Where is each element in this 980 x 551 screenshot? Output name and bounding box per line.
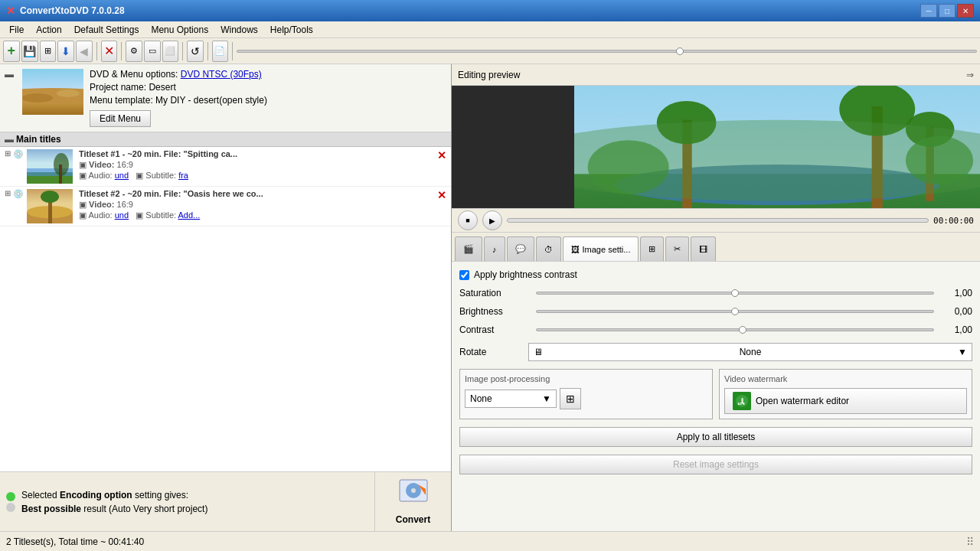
menu-file[interactable]: File — [3, 23, 30, 37]
menu-windows[interactable]: Windows — [214, 23, 264, 37]
item1-expand[interactable]: ⊞ — [5, 149, 11, 158]
brightness-slider[interactable] — [536, 310, 934, 313]
convert-icon — [398, 478, 429, 511]
item1-subtitle-link[interactable]: fra — [178, 171, 188, 180]
saturation-label: Saturation — [459, 288, 528, 298]
svg-point-14 — [41, 191, 59, 203]
menu-template-label: Menu template: — [90, 95, 153, 106]
reset-settings-button[interactable]: Reset image settings — [459, 455, 972, 474]
item1-sub-icon: ▣ — [136, 171, 143, 180]
saturation-slider[interactable] — [536, 292, 934, 295]
item1-audio-icon: ▣ — [79, 171, 87, 180]
rotate-dropdown[interactable]: 🖥 None ▼ — [528, 343, 972, 361]
status-green-light — [6, 492, 15, 501]
item1-remove-btn[interactable]: ✕ — [437, 149, 446, 161]
watermark-editor-btn[interactable]: 🏞 Open watermark editor — [724, 388, 967, 414]
tab-cut[interactable]: ✂ — [665, 236, 689, 261]
toolbar-dvd-button[interactable]: ⊞ — [40, 41, 57, 62]
app-icon: ✕ — [6, 5, 15, 17]
toolbar-screen-button[interactable]: ⬜ — [162, 41, 179, 62]
menu-template-row: Menu template: My DIY - desert(open styl… — [90, 95, 446, 106]
apply-all-button[interactable]: Apply to all titlesets — [459, 427, 972, 447]
svg-point-17 — [411, 488, 416, 493]
watermark-group: Video watermark 🏞 Open watermark editor — [719, 369, 972, 419]
minimize-button[interactable]: ─ — [920, 4, 937, 18]
cut-tab-icon: ✂ — [674, 244, 681, 254]
audio-tab-icon: ♪ — [492, 245, 497, 254]
apply-brightness-label: Apply brightness contrast — [474, 269, 577, 280]
item2-thumbnail — [27, 189, 73, 223]
convert-button[interactable]: Convert — [374, 472, 451, 531]
item2-audio-icon: ▣ — [79, 210, 87, 220]
close-button[interactable]: ✕ — [957, 4, 974, 18]
timeline-bar[interactable] — [507, 218, 929, 223]
toolbar-remove-button[interactable]: ✕ — [101, 41, 118, 62]
stop-button[interactable]: ■ — [458, 210, 478, 230]
menu-default-settings[interactable]: Default Settings — [68, 23, 145, 37]
contrast-value: 1,00 — [942, 324, 972, 335]
item2-audio-link[interactable]: und — [115, 210, 129, 220]
tab-menu[interactable]: ⊞ — [640, 236, 664, 261]
preview-popout-btn[interactable]: ⇒ — [966, 70, 974, 80]
tab-subtitles[interactable]: 💬 — [507, 236, 534, 261]
svg-rect-9 — [59, 165, 62, 184]
maximize-button[interactable]: □ — [939, 4, 956, 18]
preview-title: Editing preview — [458, 70, 520, 80]
status-line2: Best possible result (Auto Very short pr… — [21, 502, 207, 516]
project-expand-btn[interactable]: ▬ — [5, 69, 14, 80]
rotate-chevron-icon: ▼ — [958, 347, 967, 357]
timecode-display: 00:00:00 — [933, 216, 974, 226]
project-info: ▬ — [0, 64, 451, 132]
playback-controls: ■ ▶ 00:00:00 — [452, 208, 980, 233]
footer-text: 2 Titleset(s), Total time ~ 00:41:40 — [6, 536, 144, 547]
title-bar: ✕ ConvertXtoDVD 7.0.0.28 ─ □ ✕ — [0, 0, 980, 21]
toolbar-save-button[interactable]: 💾 — [21, 41, 38, 62]
play-button[interactable]: ▶ — [482, 210, 502, 230]
tab-chapters[interactable]: ⏱ — [536, 236, 561, 261]
brightness-row: Brightness 0,00 — [459, 306, 972, 317]
post-processing-dropdown[interactable]: None ▼ — [465, 390, 557, 408]
dvd-options-link[interactable]: DVD NTSC (30Fps) — [181, 69, 262, 80]
item2-subtitle-link[interactable]: Add... — [178, 210, 201, 220]
post-processing-settings-btn[interactable]: ⊞ — [560, 388, 581, 409]
toolbar-window-button[interactable]: ▭ — [144, 41, 161, 62]
toolbar-down-button[interactable]: ⬇ — [57, 41, 74, 62]
tree-collapse-btn[interactable]: ▬ — [5, 134, 14, 145]
post-select-row: None ▼ ⊞ — [465, 388, 707, 409]
edit-menu-button[interactable]: Edit Menu — [90, 110, 151, 127]
status-text: Selected Encoding option setting gives: … — [0, 472, 374, 531]
app-title: ConvertXtoDVD 7.0.0.28 — [20, 5, 920, 16]
project-name-row: Project name: Desert — [90, 82, 446, 93]
convert-label: Convert — [396, 514, 430, 525]
tree-header-label: Main titles — [16, 134, 61, 145]
tab-extra[interactable]: 🎞 — [691, 236, 716, 261]
item1-audio-link[interactable]: und — [115, 171, 129, 180]
status-message: Selected Encoding option setting gives: … — [21, 488, 207, 516]
item1-title: Titleset #1 - ~20 min. File: "Spitting c… — [79, 149, 434, 158]
toolbar-slider[interactable] — [237, 50, 977, 53]
tab-audio[interactable]: ♪ — [484, 236, 505, 261]
project-thumbnail — [22, 69, 83, 115]
item2-expand[interactable]: ⊞ — [5, 189, 11, 197]
item2-info: Titleset #2 - ~20 min. File: "Oasis here… — [79, 189, 434, 221]
contrast-slider[interactable] — [536, 328, 934, 331]
toolbar-back-button[interactable]: ◀ — [76, 41, 93, 62]
menu-help-tools[interactable]: Help/Tools — [264, 23, 319, 37]
subtitles-tab-icon: 💬 — [515, 244, 526, 254]
menu-menu-options[interactable]: Menu Options — [145, 23, 214, 37]
tab-video[interactable]: 🎬 — [455, 236, 482, 261]
menu-action[interactable]: Action — [30, 23, 67, 37]
tab-image-settings[interactable]: 🖼 Image setti... — [563, 236, 639, 261]
apply-brightness-checkbox[interactable] — [459, 270, 469, 280]
toolbar-sep-1 — [96, 42, 97, 60]
item2-remove-btn[interactable]: ✕ — [437, 189, 446, 201]
toolbar-settings-button[interactable]: ⚙ — [126, 41, 142, 62]
toolbar-add-button[interactable]: + — [3, 41, 20, 62]
right-panel: Editing preview ⇒ — [452, 64, 980, 531]
toolbar-doc-button[interactable]: 📄 — [212, 41, 229, 62]
item2-dvd-icon: 💿 — [13, 189, 24, 199]
resize-grip-icon: ⠿ — [966, 536, 974, 548]
toolbar-refresh-button[interactable]: ↺ — [187, 41, 204, 62]
menu-template-value: My DIY - desert(open style) — [155, 95, 267, 106]
file-tree: ⊞ 💿 — [0, 147, 451, 471]
